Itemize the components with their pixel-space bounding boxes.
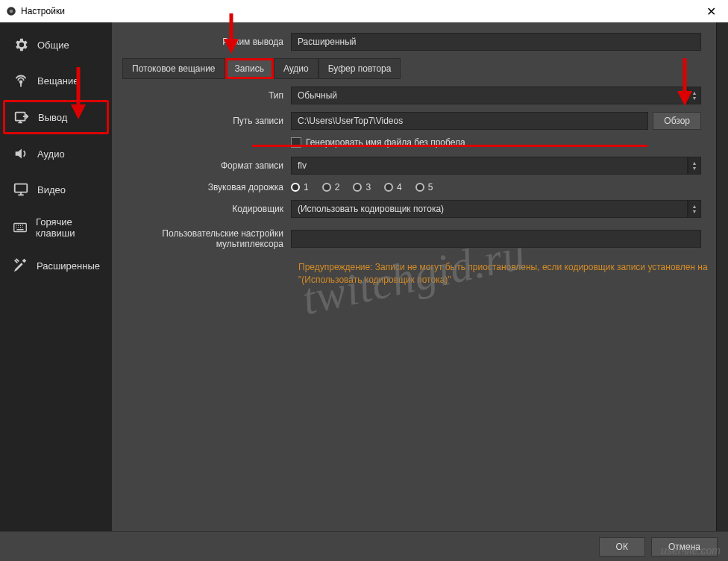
dialog-footer: ОК Отмена user-life.com [0, 531, 728, 561]
ok-button[interactable]: ОК [599, 537, 645, 557]
tools-icon [12, 257, 29, 275]
output-mode-label: Режим вывода [112, 37, 291, 47]
tab-audio[interactable]: Аудио [274, 58, 318, 79]
track-radio-5[interactable]: 5 [415, 182, 433, 192]
rec-format-spinner[interactable]: ▲▼ [688, 157, 701, 175]
sidebar-item-audio[interactable]: Аудио [3, 137, 109, 170]
tab-streaming[interactable]: Потоковое вещание [122, 58, 225, 79]
encoder-spinner[interactable]: ▲▼ [688, 200, 701, 218]
audio-track-group: 1 2 3 4 5 [291, 182, 433, 192]
sidebar-item-general[interactable]: Общие [3, 28, 109, 61]
encoder-label: Кодировщик [186, 204, 291, 214]
sidebar-item-hotkeys[interactable]: Горячие клавиши [3, 209, 109, 246]
app-icon [6, 6, 16, 16]
sidebar-item-video[interactable]: Видео [3, 173, 109, 206]
muxer-label: Пользовательские настройки мультиплексор… [112, 228, 291, 249]
tab-recording[interactable]: Запись [225, 58, 274, 79]
muxer-input[interactable] [291, 230, 701, 248]
sidebar-item-stream[interactable]: Вещание [3, 64, 109, 97]
antenna-icon [12, 72, 30, 90]
tab-replay-buffer[interactable]: Буфер повтора [318, 58, 401, 79]
scrollbar[interactable] [716, 22, 728, 531]
gear-icon [12, 36, 30, 54]
titlebar: Настройки ✕ [0, 0, 728, 22]
rec-type-spinner[interactable]: ▲▼ [688, 87, 701, 104]
main-panel: Режим вывода Расширенный Потоковое вещан… [112, 22, 716, 531]
cancel-button[interactable]: Отмена [651, 537, 718, 557]
sidebar-item-label: Горячие клавиши [36, 216, 100, 239]
browse-button[interactable]: Обзор [653, 112, 701, 130]
track-radio-3[interactable]: 3 [353, 182, 371, 192]
keyboard-icon [12, 219, 28, 236]
output-mode-select[interactable]: Расширенный [291, 33, 701, 51]
audio-track-label: Звуковая дорожка [186, 182, 291, 192]
sidebar-item-label: Общие [37, 40, 69, 51]
encoder-select[interactable]: (Использовать кодировщик потока) [291, 200, 688, 218]
sidebar-item-label: Аудио [37, 148, 65, 160]
svg-rect-4 [15, 184, 28, 192]
svg-point-1 [10, 10, 13, 13]
monitor-icon [12, 181, 30, 198]
sidebar-item-output[interactable]: Вывод [3, 100, 109, 134]
sidebar-item-label: Вывод [38, 112, 67, 123]
encoder-warning: Предупреждение: Записи не могут быть при… [298, 261, 709, 286]
sidebar-item-label: Вещание [37, 75, 79, 87]
window-title: Настройки [21, 6, 65, 16]
speaker-icon [12, 145, 30, 163]
rec-format-select[interactable]: flv [291, 157, 688, 175]
sidebar-item-label: Видео [37, 184, 66, 195]
rec-format-label: Формат записи [186, 160, 291, 171]
sidebar: Общие Вещание Вывод Аудио Видео Горячие … [0, 22, 112, 531]
rec-type-label: Тип [186, 90, 291, 101]
rec-type-select[interactable]: Обычный [291, 87, 688, 104]
sidebar-item-label: Расширенные [37, 260, 100, 272]
output-icon [13, 108, 31, 126]
track-radio-2[interactable]: 2 [322, 182, 340, 192]
rec-path-input[interactable]: C:\Users\UserTop7\Videos [291, 112, 648, 130]
track-radio-4[interactable]: 4 [384, 182, 402, 192]
close-button[interactable]: ✕ [700, 4, 722, 19]
nospace-checkbox[interactable] [291, 137, 301, 148]
output-tabs: Потоковое вещание Запись Аудио Буфер пов… [122, 58, 709, 79]
sidebar-item-advanced[interactable]: Расширенные [3, 249, 109, 282]
track-radio-1[interactable]: 1 [291, 182, 309, 192]
nospace-label: Генерировать имя файла без пробела [306, 137, 465, 148]
rec-path-label: Путь записи [186, 116, 291, 126]
